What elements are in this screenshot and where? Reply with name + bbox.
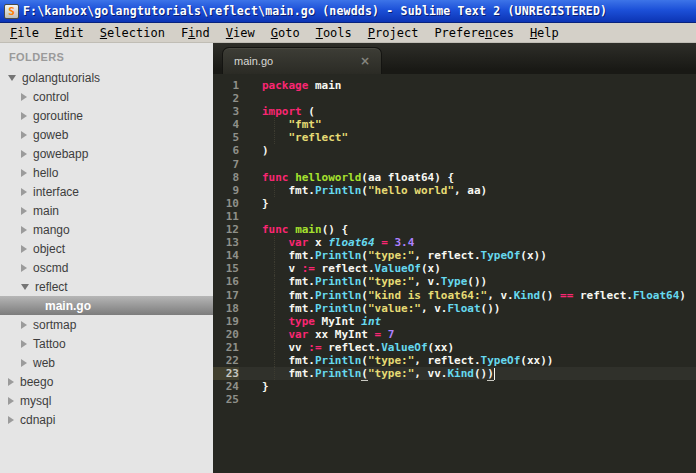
- code-line[interactable]: 4 "fmt": [213, 118, 696, 131]
- indent-guide: [274, 367, 275, 380]
- triangle-collapsed-icon[interactable]: [8, 378, 14, 386]
- code-line[interactable]: 1package main: [213, 79, 696, 92]
- indent-guide: [274, 354, 275, 367]
- folder-item-beego[interactable]: beego: [0, 372, 213, 391]
- code-line-text: package main: [239, 79, 696, 92]
- code-line[interactable]: 6): [213, 144, 696, 157]
- code-line[interactable]: 21 vv := reflect.ValueOf(xx): [213, 341, 696, 354]
- code-line[interactable]: 17 fmt.Println("kind is float64:", v.Kin…: [213, 289, 696, 302]
- triangle-collapsed-icon[interactable]: [21, 131, 27, 139]
- triangle-collapsed-icon[interactable]: [21, 359, 27, 367]
- triangle-collapsed-icon[interactable]: [8, 397, 14, 405]
- folder-item-goroutine[interactable]: goroutine: [0, 106, 213, 125]
- code-line[interactable]: 12func main() {: [213, 223, 696, 236]
- code-line[interactable]: 14 fmt.Println("type:", reflect.TypeOf(x…: [213, 249, 696, 262]
- folder-item-goweb[interactable]: goweb: [0, 125, 213, 144]
- triangle-collapsed-icon[interactable]: [21, 226, 27, 234]
- titlebar[interactable]: S F:\kanbox\golangtutorials\reflect\main…: [0, 0, 696, 23]
- code-line[interactable]: 15 v := reflect.ValueOf(x): [213, 262, 696, 275]
- sublime-logo-icon: S: [4, 4, 19, 19]
- code-line[interactable]: 19 type MyInt int: [213, 315, 696, 328]
- code-line[interactable]: 2: [213, 92, 696, 105]
- code-line-text: func helloworld(aa float64) {: [239, 171, 696, 184]
- folder-item-sortmap[interactable]: sortmap: [0, 315, 213, 334]
- triangle-collapsed-icon[interactable]: [21, 169, 27, 177]
- folder-item-tattoo[interactable]: Tattoo: [0, 334, 213, 353]
- tab-close-icon[interactable]: ×: [360, 55, 370, 67]
- menu-item-view[interactable]: View: [218, 24, 263, 42]
- code-line[interactable]: 10}: [213, 197, 696, 210]
- code-line-text: fmt.Println("type:", v.Type()): [239, 275, 696, 288]
- line-number: 11: [213, 210, 239, 223]
- triangle-collapsed-icon[interactable]: [21, 112, 27, 120]
- triangle-collapsed-icon[interactable]: [21, 150, 27, 158]
- code-line[interactable]: 22 fmt.Println("type:", reflect.TypeOf(x…: [213, 354, 696, 367]
- folder-item-hello[interactable]: hello: [0, 163, 213, 182]
- folder-item-control[interactable]: control: [0, 87, 213, 106]
- menu-item-file[interactable]: File: [2, 24, 47, 42]
- triangle-collapsed-icon[interactable]: [8, 416, 14, 424]
- code-line[interactable]: 24}: [213, 380, 696, 393]
- indent-guide: [274, 236, 275, 249]
- menu-item-help[interactable]: Help: [522, 24, 567, 42]
- menu-item-edit[interactable]: Edit: [47, 24, 92, 42]
- code-area[interactable]: 1package main23import (4 "fmt"5 "reflect…: [213, 76, 696, 473]
- folder-item-mysql[interactable]: mysql: [0, 391, 213, 410]
- code-line[interactable]: 3import (: [213, 105, 696, 118]
- triangle-collapsed-icon[interactable]: [21, 93, 27, 101]
- folder-item-reflect[interactable]: reflect: [0, 277, 213, 296]
- code-line-text: func main() {: [239, 223, 696, 236]
- triangle-collapsed-icon[interactable]: [21, 340, 27, 348]
- menu-item-project[interactable]: Project: [360, 24, 427, 42]
- folder-item-main[interactable]: main: [0, 201, 213, 220]
- code-line[interactable]: 18 fmt.Println("value:", v.Float()): [213, 302, 696, 315]
- menu-item-preferences[interactable]: Preferences: [426, 24, 522, 42]
- indent-guide: [274, 315, 275, 328]
- triangle-collapsed-icon[interactable]: [21, 245, 27, 253]
- triangle-collapsed-icon[interactable]: [21, 188, 27, 196]
- folder-item-cdnapi[interactable]: cdnapi: [0, 410, 213, 429]
- folder-item-mango[interactable]: mango: [0, 220, 213, 239]
- triangle-collapsed-icon[interactable]: [21, 321, 27, 329]
- menu-item-find[interactable]: Find: [173, 24, 218, 42]
- folder-item-golangtutorials[interactable]: golangtutorials: [0, 68, 213, 87]
- triangle-collapsed-icon[interactable]: [21, 207, 27, 215]
- tree-item-label: cdnapi: [20, 413, 55, 427]
- line-number: 23: [213, 367, 239, 380]
- tree-item-label: sortmap: [33, 318, 76, 332]
- code-line[interactable]: 5 "reflect": [213, 131, 696, 144]
- menu-item-tools[interactable]: Tools: [308, 24, 360, 42]
- indent-guide: [274, 289, 275, 302]
- tab-main-go[interactable]: main.go ×: [222, 47, 382, 74]
- menu-item-goto[interactable]: Goto: [263, 24, 308, 42]
- code-line[interactable]: 20 var xx MyInt = 7: [213, 328, 696, 341]
- tree-item-label: gowebapp: [33, 147, 88, 161]
- tree-item-label: interface: [33, 185, 79, 199]
- code-line[interactable]: 9 fmt.Println("hello world", aa): [213, 184, 696, 197]
- code-line[interactable]: 8func helloworld(aa float64) {: [213, 171, 696, 184]
- file-item-main.go[interactable]: main.go: [0, 296, 213, 315]
- folder-item-interface[interactable]: interface: [0, 182, 213, 201]
- folders-header: FOLDERS: [0, 43, 213, 68]
- triangle-expanded-icon[interactable]: [8, 75, 16, 81]
- line-number: 2: [213, 92, 239, 105]
- code-line[interactable]: 16 fmt.Println("type:", v.Type()): [213, 275, 696, 288]
- code-line[interactable]: 23 fmt.Println("type:", vv.Kind()): [213, 367, 696, 380]
- folder-item-object[interactable]: object: [0, 239, 213, 258]
- code-line[interactable]: 7: [213, 158, 696, 171]
- tree-item-label: goroutine: [33, 109, 83, 123]
- tree-item-label: object: [33, 242, 65, 256]
- folder-item-oscmd[interactable]: oscmd: [0, 258, 213, 277]
- folder-item-gowebapp[interactable]: gowebapp: [0, 144, 213, 163]
- folder-item-web[interactable]: web: [0, 353, 213, 372]
- code-line[interactable]: 13 var x float64 = 3.4: [213, 236, 696, 249]
- triangle-collapsed-icon[interactable]: [21, 264, 27, 272]
- code-line[interactable]: 11: [213, 210, 696, 223]
- code-line[interactable]: 25: [213, 393, 696, 406]
- editor-pane: main.go × 1package main23import (4 "fmt"…: [213, 43, 696, 473]
- indent-guide: [274, 328, 275, 341]
- triangle-expanded-icon[interactable]: [21, 284, 29, 290]
- line-number: 15: [213, 262, 239, 275]
- menu-item-selection[interactable]: Selection: [92, 24, 173, 42]
- sublime-text-window: S F:\kanbox\golangtutorials\reflect\main…: [0, 0, 696, 473]
